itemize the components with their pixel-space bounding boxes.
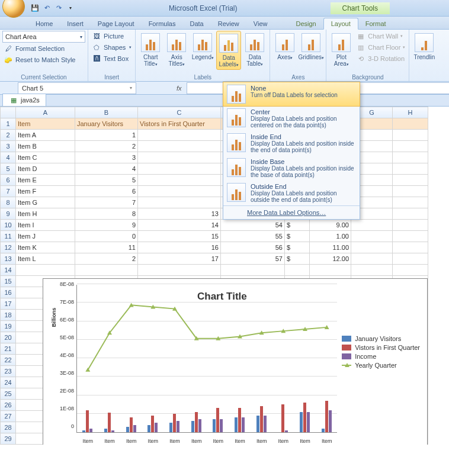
dropdown-item[interactable]: NoneTurn off Data Labels for selection [223,82,360,107]
redo-icon[interactable]: ↷ [53,3,64,14]
row-header[interactable]: 2 [1,130,16,141]
row-header[interactable]: 5 [1,163,16,175]
cell[interactable]: 9 [75,220,138,231]
row-header[interactable]: 3 [1,141,16,152]
row-header[interactable]: 15 [1,276,16,287]
axis-titles-button[interactable]: Axis Titles▾ [164,31,189,70]
row-header[interactable]: 20 [1,332,16,343]
cell[interactable]: $ [285,231,310,242]
cell[interactable] [393,208,428,220]
trendline-button[interactable]: Trendlin [412,31,437,70]
tab-review[interactable]: Review [211,18,246,29]
tab-layout[interactable]: Layout [323,18,358,30]
row-header[interactable]: 21 [1,343,16,355]
row-header[interactable]: 6 [1,175,16,186]
cell[interactable] [138,130,221,141]
cell[interactable]: Item [16,118,75,130]
cell[interactable]: Item G [16,197,75,208]
cell[interactable]: 11 [75,242,138,253]
cell[interactable] [351,231,393,242]
cell[interactable] [138,163,221,175]
tab-formulas[interactable]: Formulas [142,18,183,29]
row-header[interactable]: 19 [1,321,16,332]
cell[interactable] [393,231,428,242]
row-header[interactable]: 1 [1,118,16,130]
cell[interactable] [138,197,221,208]
column-header[interactable]: B [75,107,138,118]
dropdown-item[interactable]: Inside EndDisplay Data Labels and positi… [223,131,360,156]
gridlines-button[interactable]: Gridlines▾ [299,31,323,70]
cell[interactable] [393,220,428,231]
cell[interactable]: Item L [16,253,75,265]
row-header[interactable]: 7 [1,186,16,197]
cell[interactable] [393,130,428,141]
row-header[interactable]: 12 [1,242,16,253]
cell[interactable] [138,152,221,163]
cell[interactable]: 14 [138,220,221,231]
cell[interactable] [351,220,393,231]
cell[interactable]: Item E [16,175,75,186]
tab-insert[interactable]: Insert [60,18,91,29]
row-header[interactable]: 14 [1,265,16,276]
cell[interactable] [393,186,428,197]
row-header[interactable]: 22 [1,355,16,366]
cell[interactable]: 12.00 [310,253,351,265]
cell[interactable] [393,175,428,186]
cell[interactable]: 0 [75,231,138,242]
3d-rotation-button[interactable]: ⟲3-D Rotation [355,53,406,64]
cell[interactable]: 55 [221,231,285,242]
cell[interactable]: 1.00 [310,231,351,242]
axes-button[interactable]: Axes▾ [272,31,297,70]
reset-to-match-style-button[interactable]: 🧽Reset to Match Style [2,54,77,65]
qat-customize-icon[interactable]: ▾ [65,3,76,14]
cell[interactable] [393,141,428,152]
cell[interactable]: $ [285,242,310,253]
cell[interactable]: 3 [75,152,138,163]
cell[interactable]: Item H [16,208,75,220]
save-icon[interactable]: 💾 [30,3,40,14]
cell[interactable]: Item B [16,141,75,152]
cell[interactable]: 7 [75,197,138,208]
cell[interactable] [393,197,428,208]
row-header[interactable]: 16 [1,287,16,298]
cell[interactable]: 13 [138,208,221,220]
cell[interactable]: 9.00 [310,220,351,231]
insert-textbox-button[interactable]: 🅰Text Box [91,53,130,64]
cell[interactable]: $ [285,220,310,231]
row-header[interactable]: 23 [1,366,16,377]
column-header[interactable]: H [393,107,428,118]
cell[interactable] [138,141,221,152]
chart-floor-button[interactable]: ▥Chart Floor▾ [355,42,406,53]
select-all-corner[interactable] [1,107,16,118]
insert-picture-button[interactable]: 🖼Picture [91,31,125,41]
row-header[interactable]: 24 [1,377,16,388]
dropdown-item[interactable]: Inside BaseDisplay Data Labels and posit… [223,156,360,181]
cell[interactable]: Item A [16,130,75,141]
row-header[interactable]: 11 [1,231,16,242]
column-header[interactable]: A [16,107,75,118]
chart-legend[interactable]: January Visitors Vistors in First Quarte… [342,333,420,371]
tab-page-layout[interactable]: Page Layout [91,18,142,29]
cell[interactable]: 5 [75,175,138,186]
cell[interactable] [393,163,428,175]
cell[interactable] [393,242,428,253]
row-header[interactable]: 28 [1,422,16,433]
cell[interactable] [393,152,428,163]
cell[interactable]: 11.00 [310,242,351,253]
dropdown-item[interactable]: CenterDisplay Data Labels and position c… [223,106,360,131]
tab-format[interactable]: Format [358,18,393,29]
undo-icon[interactable]: ↶ [41,3,52,14]
row-header[interactable]: 4 [1,152,16,163]
tab-home[interactable]: Home [28,18,60,29]
row-header[interactable]: 25 [1,388,16,400]
cell[interactable]: 2 [75,253,138,265]
insert-shapes-button[interactable]: ⬠Shapes▾ [91,42,133,53]
column-header[interactable]: C [138,107,221,118]
row-header[interactable]: 13 [1,253,16,265]
workbook-tab[interactable]: ▦java2s [2,94,46,106]
row-header[interactable]: 18 [1,310,16,321]
cell[interactable]: 4 [75,163,138,175]
chart-wall-button[interactable]: ▦Chart Wall▾ [355,31,406,41]
row-header[interactable]: 26 [1,400,16,411]
row-header[interactable]: 29 [1,433,16,445]
